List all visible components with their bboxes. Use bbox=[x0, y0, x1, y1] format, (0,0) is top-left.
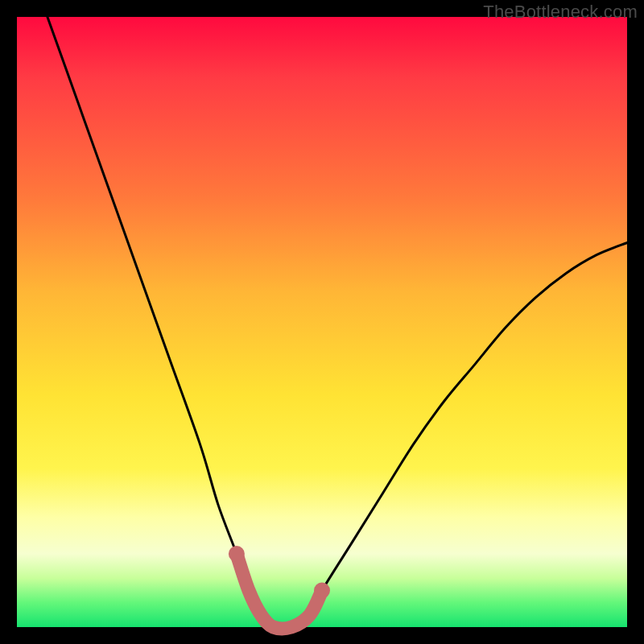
chart-frame: TheBottleneck.com bbox=[0, 0, 644, 644]
trough-highlight bbox=[237, 554, 322, 629]
trough-endpoint-dot bbox=[314, 583, 330, 599]
watermark-text: TheBottleneck.com bbox=[483, 2, 638, 23]
trough-endpoint-dot bbox=[229, 546, 245, 562]
chart-plot-area bbox=[17, 17, 627, 627]
chart-svg bbox=[17, 17, 627, 627]
bottleneck-curve bbox=[47, 17, 627, 629]
